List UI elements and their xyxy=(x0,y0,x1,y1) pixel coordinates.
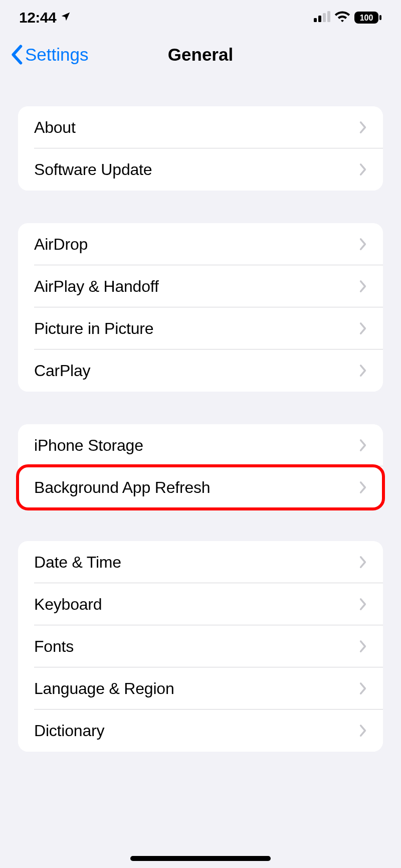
back-button-label: Settings xyxy=(25,45,88,65)
svg-rect-0 xyxy=(314,18,317,22)
status-bar: 12:44 100 xyxy=(0,0,401,30)
chevron-right-icon xyxy=(359,121,367,134)
chevron-right-icon xyxy=(359,724,367,737)
row-label: About xyxy=(34,118,76,137)
row-airdrop[interactable]: AirDrop xyxy=(18,223,383,265)
row-date-time[interactable]: Date & Time xyxy=(18,541,383,583)
row-keyboard[interactable]: Keyboard xyxy=(18,583,383,625)
settings-group: AirDrop AirPlay & Handoff Picture in Pic… xyxy=(18,223,383,392)
svg-rect-3 xyxy=(327,11,330,22)
row-label: Background App Refresh xyxy=(34,478,210,497)
chevron-right-icon xyxy=(359,682,367,695)
row-airplay-handoff[interactable]: AirPlay & Handoff xyxy=(18,265,383,307)
chevron-right-icon xyxy=(359,163,367,176)
svg-rect-2 xyxy=(323,13,326,22)
chevron-right-icon xyxy=(359,364,367,377)
row-iphone-storage[interactable]: iPhone Storage xyxy=(18,424,383,466)
row-label: iPhone Storage xyxy=(34,436,143,455)
chevron-left-icon xyxy=(10,45,23,65)
chevron-right-icon xyxy=(359,322,367,335)
row-language-region[interactable]: Language & Region xyxy=(18,667,383,710)
settings-group: iPhone Storage Background App Refresh xyxy=(18,424,383,508)
row-label: Picture in Picture xyxy=(34,319,153,338)
svg-rect-5 xyxy=(379,15,381,20)
row-label: Date & Time xyxy=(34,553,121,572)
row-software-update[interactable]: Software Update xyxy=(18,148,383,191)
cellular-signal-icon xyxy=(314,11,331,24)
svg-rect-1 xyxy=(318,16,321,22)
row-about[interactable]: About xyxy=(18,106,383,148)
chevron-right-icon xyxy=(359,439,367,452)
row-label: AirDrop xyxy=(34,235,88,254)
row-carplay[interactable]: CarPlay xyxy=(18,350,383,392)
navigation-bar: Settings General xyxy=(0,30,401,75)
status-left: 12:44 xyxy=(19,9,71,26)
row-label: CarPlay xyxy=(34,362,90,380)
row-label: Fonts xyxy=(34,637,74,656)
wifi-icon xyxy=(335,11,350,24)
settings-content: About Software Update AirDrop AirPlay & … xyxy=(0,75,401,752)
chevron-right-icon xyxy=(359,238,367,251)
back-button[interactable]: Settings xyxy=(10,45,88,65)
row-fonts[interactable]: Fonts xyxy=(18,625,383,667)
battery-icon: 100 xyxy=(354,11,382,24)
status-right: 100 xyxy=(314,11,382,24)
row-label: Language & Region xyxy=(34,679,174,698)
chevron-right-icon xyxy=(359,598,367,611)
settings-group: Date & Time Keyboard Fonts Language & Re… xyxy=(18,541,383,752)
chevron-right-icon xyxy=(359,481,367,494)
row-label: Dictionary xyxy=(34,722,104,740)
row-label: Software Update xyxy=(34,160,152,179)
chevron-right-icon xyxy=(359,280,367,293)
chevron-right-icon xyxy=(359,556,367,569)
settings-group: About Software Update xyxy=(18,106,383,191)
row-dictionary[interactable]: Dictionary xyxy=(18,710,383,752)
location-arrow-icon xyxy=(60,11,71,24)
status-time: 12:44 xyxy=(19,9,56,26)
chevron-right-icon xyxy=(359,640,367,653)
home-indicator[interactable] xyxy=(130,856,271,861)
row-picture-in-picture[interactable]: Picture in Picture xyxy=(18,307,383,350)
row-background-app-refresh[interactable]: Background App Refresh xyxy=(18,466,383,508)
page-title: General xyxy=(168,45,233,65)
row-label: AirPlay & Handoff xyxy=(34,277,159,296)
row-label: Keyboard xyxy=(34,595,102,614)
battery-percent-text: 100 xyxy=(360,14,373,22)
